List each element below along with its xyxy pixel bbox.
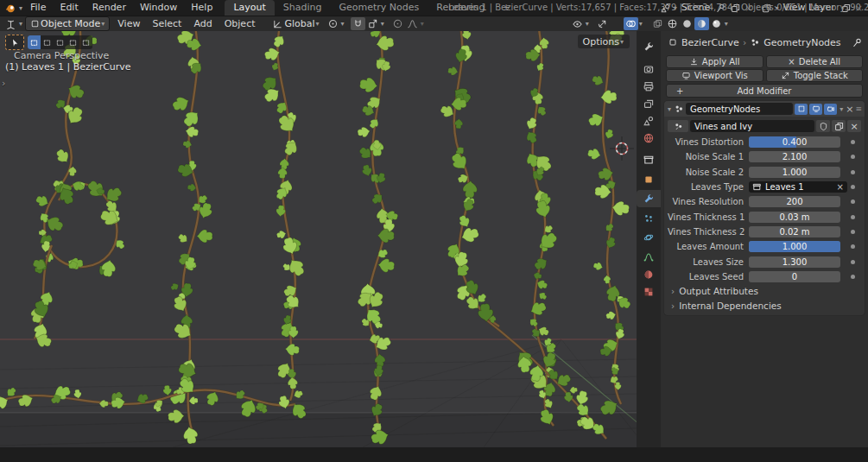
- shading-material-icon[interactable]: [694, 17, 709, 30]
- properties-tab-world[interactable]: [637, 130, 661, 147]
- scene-stats: Leaves 1 | BezierCurve | Verts:17,657 | …: [448, 0, 868, 15]
- properties-tab-object[interactable]: [637, 171, 661, 188]
- decorator-dot[interactable]: [851, 199, 855, 204]
- param-value-field[interactable]: 0.03 m: [749, 212, 840, 223]
- edit-mode-toggle[interactable]: [795, 104, 808, 115]
- viewport-menu-object[interactable]: Object: [219, 18, 262, 29]
- param-value-field[interactable]: 0: [749, 271, 840, 282]
- param-value-field[interactable]: 1.000: [749, 167, 840, 178]
- decorator-dot[interactable]: [851, 155, 855, 159]
- modifier-param-row: Noise Scale 12.100: [664, 149, 865, 164]
- properties-tab-output[interactable]: [637, 78, 661, 95]
- decorator-dot[interactable]: [851, 185, 855, 189]
- properties-tab-physics[interactable]: [637, 229, 661, 246]
- properties-tab-view-layer[interactable]: [637, 95, 661, 112]
- toolbar-expand-arrow[interactable]: ›: [2, 78, 5, 89]
- param-collection-field[interactable]: Leaves 1×: [749, 181, 847, 193]
- properties-tab-object-data[interactable]: [637, 248, 661, 265]
- snap-magnet-icon[interactable]: [351, 17, 365, 30]
- param-value-field[interactable]: 1.300: [749, 256, 840, 268]
- active-tool-tweak-button[interactable]: [5, 35, 24, 50]
- modifier-name-field[interactable]: GeometryNodes: [686, 103, 793, 115]
- apply-all-button[interactable]: Apply All: [666, 55, 763, 68]
- properties-tab-render[interactable]: [637, 60, 661, 78]
- workspace-tab-layout[interactable]: Layout: [225, 0, 274, 16]
- pivot-point-icon[interactable]: [326, 17, 340, 30]
- decorator-dot[interactable]: [851, 230, 855, 234]
- breadcrumb-modifier[interactable]: GeometryNodes: [763, 37, 840, 48]
- properties-tab-texture[interactable]: [637, 283, 661, 301]
- decorator-dot[interactable]: [851, 170, 855, 174]
- shading-wireframe-icon[interactable]: [665, 17, 680, 30]
- falloff-curve-icon[interactable]: [405, 17, 420, 30]
- mode-dropdown[interactable]: Object Mode ▾: [25, 16, 110, 31]
- editor-type-icon[interactable]: [3, 17, 18, 30]
- orientation-dropdown[interactable]: Global: [285, 18, 315, 29]
- drag-handle-icon[interactable]: ≡: [855, 104, 862, 113]
- panel-expand-icon[interactable]: ▾: [667, 105, 672, 113]
- options-dropdown[interactable]: Options ▾: [578, 35, 630, 48]
- param-value-field[interactable]: 2.100: [749, 151, 840, 162]
- select-set-button[interactable]: [28, 35, 41, 49]
- decorator-dot[interactable]: [851, 140, 855, 144]
- menu-edit[interactable]: Edit: [53, 0, 85, 16]
- realtime-toggle[interactable]: [809, 104, 822, 115]
- clear-collection-icon[interactable]: ×: [837, 182, 844, 192]
- node-group-name-field[interactable]: Vines and Ivy: [690, 120, 814, 132]
- decorator-dot[interactable]: [851, 275, 855, 279]
- param-value-field[interactable]: 200: [749, 196, 840, 207]
- viewport-menu-select[interactable]: Select: [146, 18, 187, 29]
- properties-tab-material[interactable]: [637, 266, 661, 283]
- workspace-tab-geometry-nodes[interactable]: Geometry Nodes: [330, 0, 428, 16]
- proportional-editing-icon[interactable]: [390, 17, 405, 30]
- select-subtract-button[interactable]: [54, 35, 67, 49]
- subpanel-output-attributes[interactable]: ›Output Attributes: [664, 284, 865, 299]
- shading-solid-icon[interactable]: [680, 17, 694, 30]
- properties-tab-tool[interactable]: [637, 38, 661, 55]
- viewport-menu-view[interactable]: View: [111, 18, 146, 29]
- param-slider[interactable]: 1.000: [749, 241, 840, 252]
- param-slider[interactable]: 0.400: [749, 136, 840, 148]
- close-icon[interactable]: ×: [846, 104, 853, 115]
- breadcrumb-object[interactable]: BezierCurve: [681, 37, 739, 48]
- properties-editor: BezierCurve › GeometryNodes Apply All × …: [661, 31, 868, 447]
- xray-toggle-icon[interactable]: [650, 17, 665, 30]
- properties-tab-collection[interactable]: [637, 151, 661, 168]
- 3d-viewport[interactable]: Camera Perspective (1) Leaves 1 | Bezier…: [0, 31, 637, 447]
- fake-user-shield-button[interactable]: [816, 120, 830, 132]
- select-intersect-button[interactable]: [79, 35, 92, 49]
- blender-logo-icon[interactable]: [0, 3, 18, 14]
- unlink-button[interactable]: ×: [847, 120, 861, 132]
- properties-tab-particles[interactable]: [637, 210, 661, 227]
- new-copy-button[interactable]: [832, 120, 846, 132]
- menu-render[interactable]: Render: [86, 0, 133, 16]
- viewport-vis-button[interactable]: Viewport Vis: [666, 69, 763, 82]
- menu-help[interactable]: Help: [184, 0, 219, 16]
- subpanel-internal-dependencies[interactable]: ›Internal Dependencies: [664, 299, 865, 313]
- add-modifier-button[interactable]: + Add Modifier: [666, 84, 863, 98]
- decorator-dot[interactable]: [851, 215, 855, 219]
- param-value-field[interactable]: 0.02 m: [749, 226, 840, 237]
- browse-node-group-button[interactable]: [668, 120, 688, 132]
- menu-file[interactable]: File: [23, 0, 53, 16]
- properties-tab-modifiers[interactable]: [637, 190, 661, 207]
- decorator-dot[interactable]: [851, 260, 855, 264]
- properties-tab-scene[interactable]: [637, 112, 661, 130]
- select-invert-button[interactable]: [67, 35, 79, 49]
- shading-rendered-icon[interactable]: [709, 17, 724, 30]
- decorator-dot[interactable]: [851, 244, 855, 249]
- select-extend-button[interactable]: [41, 35, 54, 49]
- delete-all-button[interactable]: × Delete All: [766, 55, 864, 68]
- render-toggle[interactable]: [824, 104, 837, 115]
- toggle-stack-button[interactable]: Toggle Stack: [766, 69, 864, 82]
- snap-target-icon[interactable]: [365, 17, 380, 30]
- overlays-icon[interactable]: [624, 17, 638, 30]
- transform-orientation-icon[interactable]: [270, 17, 285, 30]
- pin-icon[interactable]: [852, 37, 863, 48]
- menu-window[interactable]: Window: [133, 0, 184, 16]
- modifier-extras-icon[interactable]: ▾: [839, 105, 844, 113]
- viewport-menu-add[interactable]: Add: [187, 18, 218, 29]
- show-object-types-icon[interactable]: [570, 17, 585, 30]
- workspace-tab-shading[interactable]: Shading: [275, 0, 331, 16]
- gizmos-icon[interactable]: [595, 17, 610, 30]
